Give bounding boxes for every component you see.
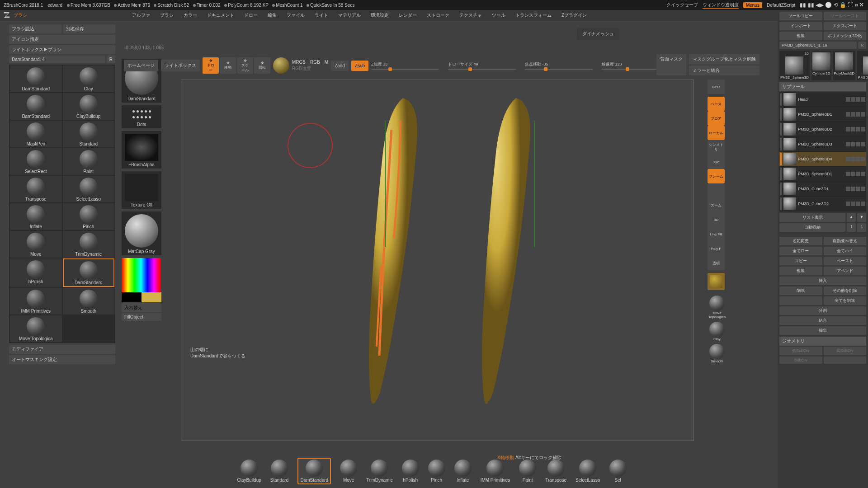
slider[interactable]: 焦点移動 -35 — [525, 61, 593, 70]
tool-paste[interactable]: ツールペースト — [824, 12, 867, 20]
tool-thumb[interactable]: PolyMesh3D — [833, 51, 855, 80]
brush-cell[interactable]: TrimDynamic — [63, 231, 115, 258]
quicksave-label[interactable]: クイックセーブ — [666, 2, 698, 8]
geom-button[interactable]: SubDiv — [779, 357, 822, 364]
menu-item[interactable]: ブラシ — [160, 12, 174, 19]
viewport-tool-icon[interactable]: フロア — [708, 111, 725, 126]
auto-collapse[interactable]: 自動収納 — [779, 223, 845, 232]
menu-item[interactable]: カラー — [184, 12, 197, 19]
active-tool[interactable]: PM3D_Sphere3D1_1. 16 — [779, 42, 857, 49]
bpr-button[interactable]: BPR — [708, 80, 725, 94]
brush-cell[interactable]: hPolish — [10, 258, 62, 287]
action-button[interactable]: 全てロー — [779, 247, 822, 255]
fillobject-button[interactable]: FillObject — [122, 313, 161, 321]
export-button[interactable]: エクスポート — [824, 22, 867, 30]
brush-palette-label[interactable]: ブラシ — [14, 12, 27, 19]
action-button[interactable]: 分割 — [779, 306, 866, 315]
menus-button[interactable]: Menus — [743, 2, 762, 8]
action-button[interactable]: 全てハイ — [824, 247, 867, 255]
tool-thumb[interactable]: 10PM3D_Sphere3D — [779, 51, 810, 80]
subtool-header[interactable]: サブツール — [779, 82, 866, 91]
menu-item[interactable]: ファイル — [287, 12, 305, 19]
subtool-item[interactable]: PM3D_Cube3D2 — [779, 197, 866, 211]
brush-cell[interactable]: Inflate — [10, 203, 62, 230]
brush-cell[interactable]: MaskPen — [10, 121, 62, 147]
brush-cell[interactable]: SelectRect — [10, 148, 62, 175]
menu-items[interactable]: アルファブラシカラードキュメントドロー編集ファイルライトマテリアル環境設定レンダ… — [132, 12, 587, 19]
panel-button[interactable]: モディファイア — [9, 345, 115, 354]
r-badge[interactable]: R — [107, 56, 115, 63]
menu-item[interactable]: テクスチャ — [459, 12, 482, 19]
shelf-brush[interactable]: Move — [340, 460, 357, 483]
mirror-weld[interactable]: ミラーと結合 — [689, 66, 760, 75]
geom-button[interactable]: 高SubDiv — [824, 347, 867, 355]
viewport-tool-icon[interactable]: Line Fill — [708, 227, 725, 241]
shelf-brush[interactable]: Paint — [519, 460, 536, 483]
viewport[interactable]: 山の端に DamStandardで谷をつくる — [181, 80, 694, 441]
shelf-brush[interactable]: Standard — [270, 460, 289, 483]
down-arrow-icon[interactable]: ▼ — [857, 213, 866, 222]
brush-cell[interactable]: DamStandard — [10, 93, 62, 120]
geom-button[interactable]: 低SubDiv — [779, 347, 822, 355]
quick-brush[interactable]: Move Topologica — [708, 296, 726, 319]
move-down-icon[interactable]: ⤵ — [857, 223, 866, 232]
brush-cell[interactable]: Clay — [63, 66, 115, 92]
shelf-brush[interactable]: Sel — [609, 460, 627, 483]
viewport-tool-icon[interactable]: ズーム — [708, 198, 725, 212]
action-button[interactable]: 挿入 — [779, 277, 866, 285]
lightbox-button[interactable]: ライトボックス — [161, 60, 200, 71]
menu-item[interactable]: トランスフォーム — [515, 12, 552, 19]
move-up-icon[interactable]: ⤴ — [847, 223, 856, 232]
action-button[interactable]: 自動並べ替え — [824, 237, 867, 245]
subtool-item[interactable]: PM3D_Sphere3D2 — [779, 122, 866, 137]
duplicate-button[interactable]: 複製 — [779, 32, 822, 40]
subtool-item[interactable]: Head — [779, 92, 866, 107]
paint-mode[interactable]: RGB — [310, 60, 320, 65]
brush-cell[interactable]: Pinch — [63, 203, 115, 230]
action-button[interactable]: 結合 — [779, 316, 866, 325]
color-picker[interactable] — [122, 258, 160, 292]
panel-button[interactable]: ブラシ読込 — [9, 24, 61, 33]
action-button[interactable]: 削除 — [779, 286, 822, 295]
material-slot[interactable]: MatCap Gray — [122, 211, 161, 255]
menu-item[interactable]: ドキュメント — [207, 12, 234, 19]
viewport-tool-icon[interactable]: 透明 — [708, 256, 725, 270]
subtool-item[interactable]: PM3D_Sphere3D3 — [779, 137, 866, 152]
stroke-slot[interactable]: Dots — [122, 105, 161, 128]
menu-item[interactable]: ドロー — [244, 12, 258, 19]
matcap-sphere[interactable] — [273, 57, 289, 74]
polymesh3d-button[interactable]: ポリメッシュ3D化 — [824, 32, 867, 40]
up-arrow-icon[interactable]: ▲ — [847, 213, 856, 222]
viewport-tool-icon[interactable]: フレーム — [708, 169, 725, 183]
shelf-brush[interactable]: Inflate — [454, 460, 472, 483]
tool-thumb[interactable]: 10PM3D_Sphere3D — [857, 51, 868, 80]
action-button[interactable]: 名前変更 — [779, 237, 822, 245]
action-button[interactable]: ペースト — [824, 257, 867, 265]
brush-cell[interactable]: Move — [10, 231, 62, 258]
paint-mode[interactable]: MRGB — [292, 60, 306, 65]
panel-button[interactable]: ライトボックス▶ブラシ — [9, 45, 115, 54]
shelf-brush[interactable]: Pinch — [428, 460, 445, 483]
viewport-tool-icon[interactable]: xyz — [708, 155, 725, 169]
home-button[interactable]: ホームページ — [124, 60, 158, 71]
slider[interactable]: Z強度 33 — [371, 61, 439, 70]
quick-brush[interactable]: Clay — [708, 322, 726, 341]
backface-mask[interactable]: 背面マスク — [656, 54, 686, 75]
brush-cell[interactable]: Paint — [63, 148, 115, 175]
mask-group[interactable]: マスクグループ化とマスク解除 — [689, 54, 760, 64]
brush-cell[interactable]: Transpose — [10, 176, 62, 202]
brush-cell[interactable]: DamStandard — [63, 258, 115, 287]
brush-cell[interactable]: SelectLasso — [63, 176, 115, 202]
brush-cell[interactable]: ClayBuildup — [63, 93, 115, 120]
action-button[interactable]: 抽出 — [779, 326, 866, 335]
brush-cell[interactable]: DamStandard — [10, 66, 62, 92]
tool-copy[interactable]: ツールコピー — [779, 12, 822, 20]
panel-button[interactable]: アイコン指定 — [9, 35, 115, 44]
import-button[interactable]: インポート — [779, 22, 822, 30]
mode-icon[interactable]: ✥ドロー — [203, 57, 219, 74]
subtool-item[interactable]: PM3D_Cube3D1 — [779, 182, 866, 197]
viewport-tool-icon[interactable]: ローカル — [708, 126, 725, 140]
shelf-brush[interactable]: Transpose — [545, 460, 566, 483]
mode-icon[interactable]: ✥回転 — [254, 57, 270, 74]
menu-item[interactable]: ストローク — [427, 12, 449, 19]
